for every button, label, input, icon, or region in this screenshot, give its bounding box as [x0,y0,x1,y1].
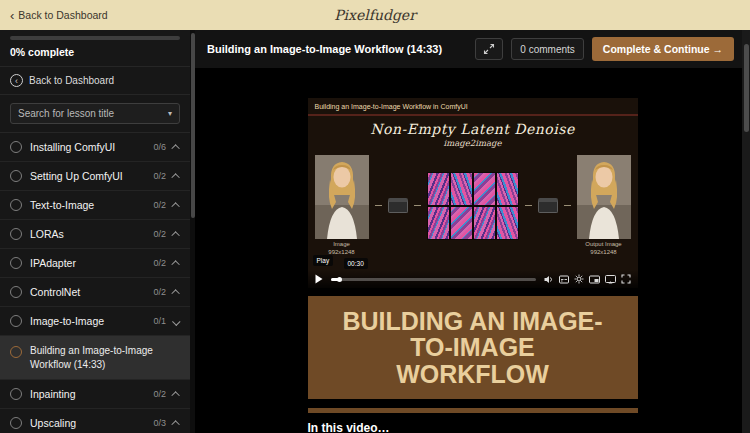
back-to-dashboard-label: Back to Dashboard [18,9,107,21]
section-count: 0/2 [153,229,166,239]
chevron-up-icon [171,231,179,239]
captions-icon[interactable] [559,275,569,284]
latent-noise-grid [427,172,519,240]
progress-circle-icon [10,315,22,327]
video-overlay-title: Building an Image-to-Image Workflow in C… [308,98,638,116]
chevron-up-icon [171,260,179,268]
video-control-icons [544,274,631,284]
complete-continue-button[interactable]: Complete & Continue → [592,37,734,61]
time-tooltip: 00:30 [344,258,368,269]
lesson-stage: Building an Image-to-Image Workflow in C… [308,98,638,433]
progress-circle-icon [10,141,22,153]
banner-line: TO-IMAGE [316,334,630,360]
sidebar-scroll-area: 0% complete ‹ Back to Dashboard ▾ Instal… [0,30,195,433]
output-image-caption: Output Image 992x1248 [585,241,621,256]
section-label: ControlNet [30,286,145,298]
section-count: 0/2 [153,171,166,181]
sidebar-scrollbar-thumb[interactable] [191,33,195,218]
intro-text: In this video… [308,421,638,433]
output-image-column: Output Image 992x1248 [577,155,631,256]
banner-line: WORKFLOW [316,361,630,387]
sidebar-back-to-dashboard[interactable]: ‹ Back to Dashboard [0,67,190,95]
play-icon [315,274,323,284]
sidebar-section-installing-comfyui[interactable]: Installing ComfyUI 0/6 [0,133,190,162]
back-chevron-icon: ‹ [10,9,14,22]
lesson-content: Building an Image-to-Image Workflow in C… [195,68,750,433]
chevron-up-icon [171,144,179,152]
sidebar-section-inpainting[interactable]: Inpainting 0/2 [0,380,190,409]
input-portrait-image [315,155,369,239]
sidebar-section-upscaling[interactable]: Upscaling 0/3 [0,409,190,433]
progress-label: 0% complete [10,46,180,58]
seek-bar[interactable] [331,278,536,281]
progress-circle-icon [10,286,22,298]
sidebar-section-image-to-image[interactable]: Image-to-Image 0/1 [0,307,190,336]
section-label: Installing ComfyUI [30,141,145,153]
brand-logo[interactable]: Pixelfudger [334,7,416,23]
sidebar-back-label: Back to Dashboard [29,75,114,86]
section-label: Text-to-Image [30,199,145,211]
input-image-column: Image 992x1248 [315,155,369,256]
cast-icon[interactable] [605,275,616,284]
lesson-banner: BUILDING AN IMAGE- TO-IMAGE WORKFLOW [308,296,638,399]
sidebar-lesson-building-image-to-image-workflow[interactable]: Building an Image-to-Image Workflow (14:… [0,336,190,380]
progress-circle-icon [10,417,22,429]
back-arrow-icon: ‹ [10,74,23,87]
chevron-down-icon: ▾ [168,109,172,118]
progress-circle-icon [10,170,22,182]
lesson-header: Building an Image-to-Image Workflow (14:… [195,30,750,68]
section-count: 0/2 [153,258,166,268]
volume-icon[interactable] [544,275,554,284]
window-scrollbar[interactable] [742,30,750,433]
lesson-label: Building an Image-to-Image Workflow (14:… [30,344,180,371]
progress-circle-icon [10,257,22,269]
search-row: ▾ [0,95,190,133]
section-count: 0/3 [153,418,166,428]
workflow-node [388,198,408,213]
fullscreen-icon[interactable] [621,274,631,284]
play-button[interactable] [315,274,323,284]
progress-circle-icon [10,199,22,211]
sidebar-section-text-to-image[interactable]: Text-to-Image 0/2 [0,191,190,220]
chevron-up-icon [171,391,179,399]
section-label: Inpainting [30,388,145,400]
sidebar-section-controlnet[interactable]: ControlNet 0/2 [0,278,190,307]
input-image-caption: Image 992x1248 [328,241,354,256]
banner-line: BUILDING AN IMAGE- [316,308,630,334]
section-label: LORAs [30,228,145,240]
seek-knob[interactable] [337,277,342,282]
sidebar-section-loras[interactable]: LORAs 0/2 [0,220,190,249]
section-count: 0/2 [153,389,166,399]
comfyui-workflow: Image 992x1248 [308,155,638,256]
sidebar-section-ipadapter[interactable]: IPAdapter 0/2 [0,249,190,278]
expand-icon [483,43,495,55]
sidebar-section-setting-up-comfyui[interactable]: Setting Up ComfyUI 0/2 [0,162,190,191]
content-divider [308,408,638,413]
video-controls [308,270,638,288]
window-scrollbar-thumb[interactable] [744,44,749,132]
video-player[interactable]: Building an Image-to-Image Workflow in C… [308,98,638,288]
layout: 0% complete ‹ Back to Dashboard ▾ Instal… [0,30,750,433]
section-label: Image-to-Image [30,315,145,327]
progress-circle-icon [10,388,22,400]
comments-button[interactable]: 0 comments [511,38,583,60]
chevron-up-icon [171,173,179,181]
lesson-progress-circle-icon [10,346,22,358]
workflow-node [538,198,558,213]
main-area: Building an Image-to-Image Workflow (14:… [195,30,750,433]
search-input[interactable] [18,108,164,119]
expand-view-button[interactable] [475,38,503,60]
lesson-search-box[interactable]: ▾ [10,103,180,124]
workflow-board-title: Non-Empty Latent Denoise [308,121,638,137]
node-wire [414,205,421,206]
chevron-up-icon [171,289,179,297]
node-wire [564,205,571,206]
lesson-title: Building an Image-to-Image Workflow (14:… [207,43,467,55]
gear-icon[interactable] [574,274,584,284]
node-wire [525,205,532,206]
section-count: 0/1 [153,316,166,326]
back-to-dashboard-link[interactable]: ‹ Back to Dashboard [10,9,108,22]
section-label: Setting Up ComfyUI [30,170,145,182]
pip-icon[interactable] [589,275,600,284]
workflow-board-subtitle: image2image [308,138,638,148]
